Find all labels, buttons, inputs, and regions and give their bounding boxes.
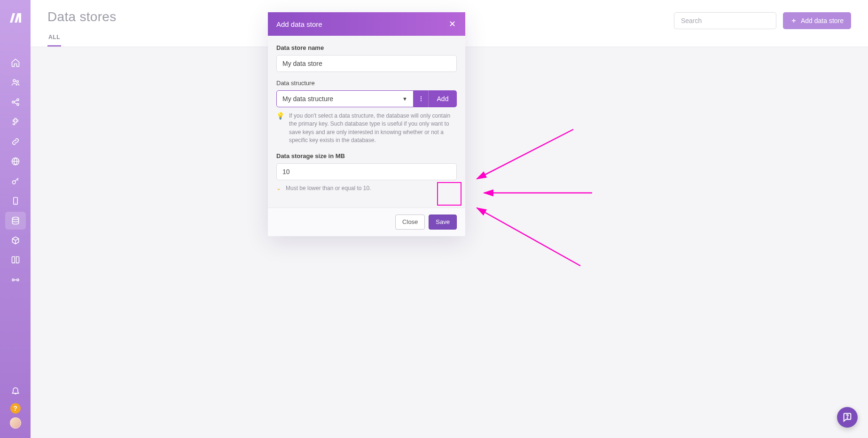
modal-add-datastore: Add data store ✕ Data store name Data st… — [268, 12, 465, 236]
structure-label: Data structure — [276, 80, 457, 87]
structure-options-button[interactable] — [414, 90, 429, 107]
structure-hint: If you don't select a data structure, th… — [289, 112, 457, 145]
size-label: Data storage size in MB — [276, 152, 457, 159]
structure-add-button[interactable]: Add — [429, 90, 457, 107]
size-validation: Must be lower than or equal to 10. — [286, 185, 371, 191]
close-icon[interactable]: ✕ — [448, 19, 457, 29]
close-button[interactable]: Close — [395, 215, 425, 230]
bulb-icon: 💡 — [276, 112, 284, 145]
dots-vertical-icon — [418, 96, 424, 102]
structure-select[interactable]: My data structure ▼ — [276, 90, 414, 107]
modal-footer: Close Save — [268, 207, 465, 236]
modal-backdrop: Add data store ✕ Data store name Data st… — [0, 0, 868, 438]
modal-body: Data store name Data structure My data s… — [268, 36, 465, 207]
svg-point-17 — [847, 418, 847, 418]
svg-point-12 — [420, 98, 421, 99]
save-button[interactable]: Save — [429, 215, 457, 230]
svg-point-11 — [420, 96, 421, 97]
float-help-button[interactable] — [837, 407, 858, 428]
name-label: Data store name — [276, 44, 457, 51]
help-chat-icon — [842, 412, 852, 422]
chevron-down-icon: ▼ — [402, 96, 407, 102]
chevron-down-icon: ⌄ — [276, 185, 281, 191]
datastore-name-input[interactable] — [276, 55, 457, 72]
structure-select-value: My data structure — [282, 95, 333, 103]
svg-point-13 — [420, 100, 421, 101]
modal-title: Add data store — [276, 20, 322, 28]
storage-size-input[interactable] — [276, 163, 457, 180]
modal-header: Add data store ✕ — [268, 12, 465, 36]
